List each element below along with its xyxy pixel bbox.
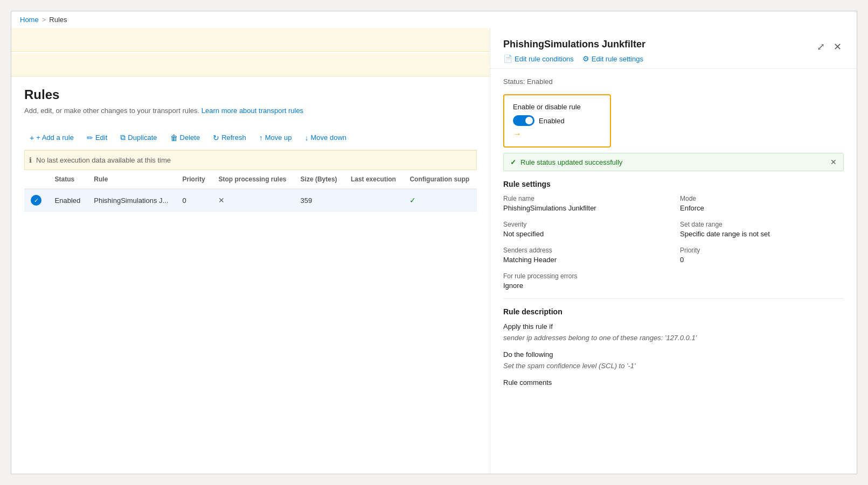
move-up-icon: ↑ xyxy=(259,133,263,142)
breadcrumb-home[interactable]: Home xyxy=(20,16,39,24)
senders-address-label: Senders address xyxy=(503,247,667,254)
move-down-icon: ↓ xyxy=(305,133,309,142)
add-rule-button[interactable]: + + Add a rule xyxy=(24,130,79,145)
delete-icon: 🗑 xyxy=(170,133,178,142)
panel-title: PhishingSimulations Junkfilter xyxy=(503,39,815,50)
col-size: Size (Bytes) xyxy=(294,170,344,189)
toggle-label: Enabled xyxy=(539,117,565,125)
row-stop-processing: ✕ xyxy=(212,189,294,212)
duplicate-button[interactable]: ⧉ Duplicate xyxy=(115,130,162,145)
setting-severity: Severity Not specified xyxy=(503,221,667,238)
expand-button[interactable]: ⤢ xyxy=(815,39,827,55)
priority-value: 0 xyxy=(680,256,844,264)
rule-errors-value: Ignore xyxy=(503,282,667,290)
arrow-indicator: → xyxy=(513,129,601,139)
severity-label: Severity xyxy=(503,221,667,228)
rules-table: Status Rule Priority Stop processing rul… xyxy=(24,170,477,212)
panel-body: Status: Enabled Enable or disable rule E… xyxy=(490,69,857,474)
rule-description-title: Rule description xyxy=(503,307,844,316)
info-bar: ℹ No last execution data available at th… xyxy=(24,150,477,170)
breadcrumb-current: Rules xyxy=(49,16,67,24)
close-icon: ✕ xyxy=(834,41,842,53)
rule-comments-label: Rule comments xyxy=(503,378,844,386)
success-banner-left: ✓ Rule status updated successfully xyxy=(510,158,622,166)
row-status: Enabled xyxy=(48,189,88,212)
divider xyxy=(503,298,844,299)
do-following-value: Set the spam confidence level (SCL) to '… xyxy=(503,362,844,370)
rule-description: Rule description Apply this rule if send… xyxy=(503,307,844,386)
info-message: No last execution data available at this… xyxy=(36,156,171,164)
learn-more-link[interactable]: Learn more about transport rules xyxy=(202,107,303,115)
success-message: Rule status updated successfully xyxy=(520,158,622,166)
table-row[interactable]: ✓ Enabled PhishingSimulations J... 0 ✕ 3… xyxy=(24,189,477,212)
col-last-execution: Last execution xyxy=(344,170,404,189)
row-last-execution xyxy=(344,189,404,212)
success-close-icon: ✕ xyxy=(830,158,837,166)
status-line: Status: Enabled xyxy=(503,78,844,86)
col-status xyxy=(24,170,48,189)
move-down-button[interactable]: ↓ Move down xyxy=(300,130,352,145)
row-check-cell: ✓ xyxy=(24,189,48,212)
row-priority: 0 xyxy=(176,189,212,212)
edit-conditions-button[interactable]: 📄 Edit rule conditions xyxy=(503,54,574,63)
setting-rule-name: Rule name PhishingSimulations Junkfilter xyxy=(503,195,667,212)
gear-icon: ⚙ xyxy=(582,54,589,63)
row-check-icon: ✓ xyxy=(31,195,41,206)
setting-senders-address: Senders address Matching Header xyxy=(503,247,667,264)
panel-header: PhishingSimulations Junkfilter 📄 Edit ru… xyxy=(490,28,857,69)
mode-label: Mode xyxy=(680,195,844,202)
col-stop-processing: Stop processing rules xyxy=(212,170,294,189)
setting-priority: Priority 0 xyxy=(680,247,844,264)
enabled-toggle[interactable] xyxy=(513,115,534,126)
do-following-label: Do the following xyxy=(503,350,844,359)
page-icon: 📄 xyxy=(503,54,512,63)
row-size: 359 xyxy=(294,189,344,212)
plus-icon: + xyxy=(30,133,34,142)
date-range-label: Set date range xyxy=(680,221,844,228)
settings-grid: Rule name PhishingSimulations Junkfilter… xyxy=(503,195,844,290)
breadcrumb-separator: > xyxy=(42,16,46,24)
page-subtitle: Add, edit, or make other changes to your… xyxy=(24,107,477,115)
success-close-button[interactable]: ✕ xyxy=(830,158,837,166)
top-banner xyxy=(11,28,490,52)
apply-if-value: sender ip addresses belong to one of the… xyxy=(503,334,844,342)
delete-button[interactable]: 🗑 Delete xyxy=(165,130,206,145)
refresh-icon: ↻ xyxy=(213,133,219,142)
panel-header-icons: ⤢ ✕ xyxy=(815,39,844,55)
enable-disable-title: Enable or disable rule xyxy=(513,103,601,111)
col-priority: Priority xyxy=(176,170,212,189)
table-header-row: Status Rule Priority Stop processing rul… xyxy=(24,170,477,189)
top-banner2 xyxy=(11,53,490,76)
close-button[interactable]: ✕ xyxy=(831,39,844,55)
success-banner: ✓ Rule status updated successfully ✕ xyxy=(503,153,844,171)
rule-errors-label: For rule processing errors xyxy=(503,272,667,280)
mode-value: Enforce xyxy=(680,204,844,212)
toolbar: + + Add a rule ✏ Edit ⧉ Duplicate 🗑 Dele… xyxy=(24,125,477,150)
edit-button[interactable]: ✏ Edit xyxy=(81,130,113,145)
panel-header-actions: 📄 Edit rule conditions ⚙ Edit rule setti… xyxy=(503,54,815,63)
col-rule: Rule xyxy=(87,170,176,189)
edit-icon: ✏ xyxy=(87,133,93,142)
toggle-row: Enabled xyxy=(513,115,601,126)
move-up-button[interactable]: ↑ Move up xyxy=(254,130,297,145)
col-status-label: Status xyxy=(48,170,88,189)
panel-header-left: PhishingSimulations Junkfilter 📄 Edit ru… xyxy=(503,39,815,63)
left-panel: Rules Add, edit, or make other changes t… xyxy=(11,28,490,474)
info-icon: ℹ xyxy=(29,156,32,164)
right-panel: PhishingSimulations Junkfilter 📄 Edit ru… xyxy=(490,28,857,474)
apply-if-label: Apply this rule if xyxy=(503,322,844,331)
edit-settings-button[interactable]: ⚙ Edit rule settings xyxy=(582,54,643,63)
date-range-value: Specific date range is not set xyxy=(680,230,844,238)
refresh-button[interactable]: ↻ Refresh xyxy=(207,130,252,145)
senders-address-value: Matching Header xyxy=(503,256,667,264)
setting-mode: Mode Enforce xyxy=(680,195,844,212)
row-config-support: ✓ xyxy=(403,189,477,212)
expand-icon: ⤢ xyxy=(817,41,825,53)
setting-rule-errors: For rule processing errors Ignore xyxy=(503,272,667,290)
priority-label: Priority xyxy=(680,247,844,254)
page-title: Rules xyxy=(24,87,477,102)
rule-name-label: Rule name xyxy=(503,195,667,202)
row-rule-name: PhishingSimulations J... xyxy=(87,189,176,212)
enable-disable-card: Enable or disable rule Enabled → xyxy=(503,94,611,147)
rule-settings-title: Rule settings xyxy=(503,180,844,188)
